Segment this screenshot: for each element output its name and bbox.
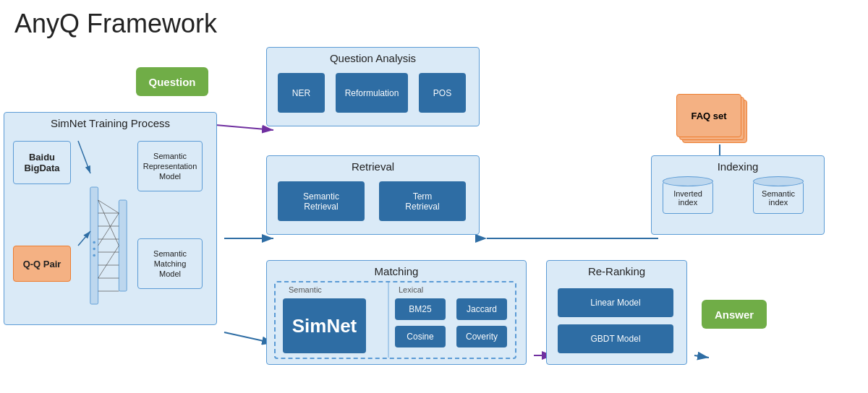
reformulation-button: Reformulation bbox=[336, 73, 408, 113]
bm25-box: BM25 bbox=[395, 298, 446, 320]
faq-page-1: FAQ set bbox=[676, 94, 741, 137]
indexing-label: Indexing bbox=[652, 160, 824, 173]
lexical-sub-label: Lexical bbox=[399, 285, 423, 294]
svg-point-26 bbox=[93, 248, 95, 251]
qa-label: Question Analysis bbox=[267, 52, 479, 64]
indexing-box: Indexing Invertedindex Semanticindex bbox=[651, 155, 825, 235]
semantic-representation-model-box: Semantic Representation Model bbox=[137, 141, 203, 191]
neural-network-visual bbox=[83, 181, 134, 311]
question-analysis-box: Question Analysis NER Reformulation POS bbox=[266, 47, 480, 126]
svg-line-22 bbox=[98, 200, 119, 246]
svg-line-24 bbox=[98, 246, 119, 278]
svg-line-23 bbox=[98, 213, 119, 246]
question-box: Question bbox=[136, 67, 208, 96]
baidu-bigdata-box: Baidu BigData bbox=[13, 141, 71, 184]
pos-button: POS bbox=[419, 73, 466, 113]
matching-label: Matching bbox=[267, 265, 526, 277]
svg-line-3 bbox=[216, 125, 273, 130]
inverted-index: Invertedindex bbox=[663, 176, 713, 214]
retrieval-label: Retrieval bbox=[267, 160, 479, 173]
term-retrieval-button: TermRetrieval bbox=[379, 181, 466, 221]
page-title: AnyQ Framework bbox=[14, 9, 217, 39]
semantic-matching-model-box: Semantic Matching Model bbox=[137, 238, 203, 289]
svg-rect-12 bbox=[90, 187, 98, 304]
jaccard-box: Jaccard bbox=[456, 298, 507, 320]
svg-point-25 bbox=[93, 241, 95, 244]
semantic-retrieval-button: SemanticRetrieval bbox=[278, 181, 365, 221]
svg-rect-13 bbox=[119, 200, 127, 291]
cosine-box: Cosine bbox=[395, 326, 446, 347]
answer-box: Answer bbox=[702, 300, 767, 329]
matching-box: Matching Semantic Lexical SimNet BM25 Ja… bbox=[266, 260, 527, 365]
qq-pair-box: Q-Q Pair bbox=[13, 246, 71, 282]
ner-button: NER bbox=[278, 73, 325, 113]
divider bbox=[388, 282, 389, 358]
svg-point-27 bbox=[93, 254, 95, 257]
simnet-training-label: SimNet Training Process bbox=[4, 117, 216, 129]
simnet-label: SimNet bbox=[292, 315, 357, 337]
svg-line-11 bbox=[694, 355, 709, 358]
matching-dashed-box: Semantic Lexical SimNet BM25 Jaccard Cos… bbox=[274, 281, 516, 359]
semantic-sub-label: Semantic bbox=[289, 285, 322, 294]
semantic-index: Semanticindex bbox=[753, 176, 804, 214]
reranking-box: Re-Ranking Linear Model GBDT Model bbox=[546, 260, 687, 365]
simnet-inner-box: SimNet bbox=[283, 298, 366, 353]
gbdt-model-button: GBDT Model bbox=[558, 324, 673, 353]
linear-model-button: Linear Model bbox=[558, 288, 673, 317]
reranking-label: Re-Ranking bbox=[547, 265, 686, 277]
retrieval-box: Retrieval SemanticRetrieval TermRetrieva… bbox=[266, 155, 480, 235]
coverity-box: Coverity bbox=[456, 326, 507, 347]
